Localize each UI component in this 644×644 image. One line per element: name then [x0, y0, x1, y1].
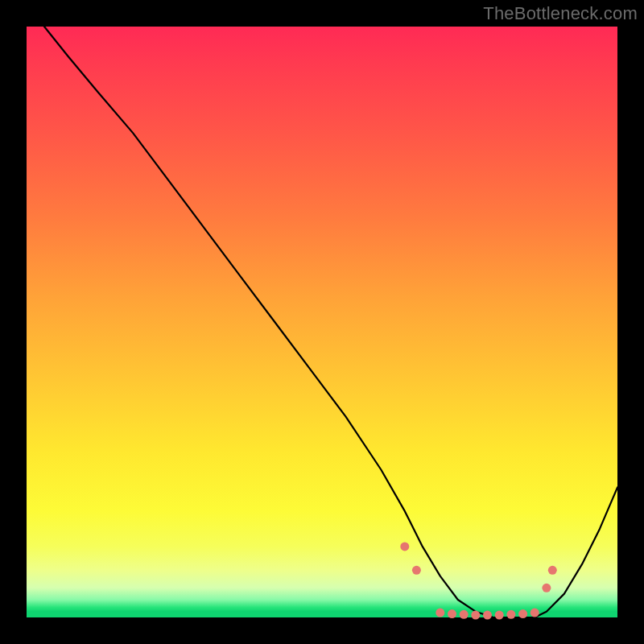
curve-layer [27, 27, 617, 617]
marker-dot [530, 609, 539, 617]
marker-dot [518, 609, 527, 618]
marker-dot [436, 609, 444, 617]
bottleneck-curve [44, 27, 617, 617]
plot-area [27, 27, 617, 617]
marker-dot [483, 611, 492, 620]
marker-dot [448, 609, 456, 618]
marker-group [400, 542, 557, 619]
marker-dot [471, 611, 480, 620]
marker-dot [506, 610, 515, 619]
marker-dot [495, 611, 504, 620]
marker-dot [460, 610, 469, 619]
marker-dot [548, 566, 557, 575]
marker-dot [412, 566, 421, 575]
marker-dot [542, 584, 551, 592]
marker-dot [400, 542, 409, 551]
chart-frame: TheBottleneck.com [0, 0, 644, 644]
watermark-text: TheBottleneck.com [483, 3, 638, 24]
